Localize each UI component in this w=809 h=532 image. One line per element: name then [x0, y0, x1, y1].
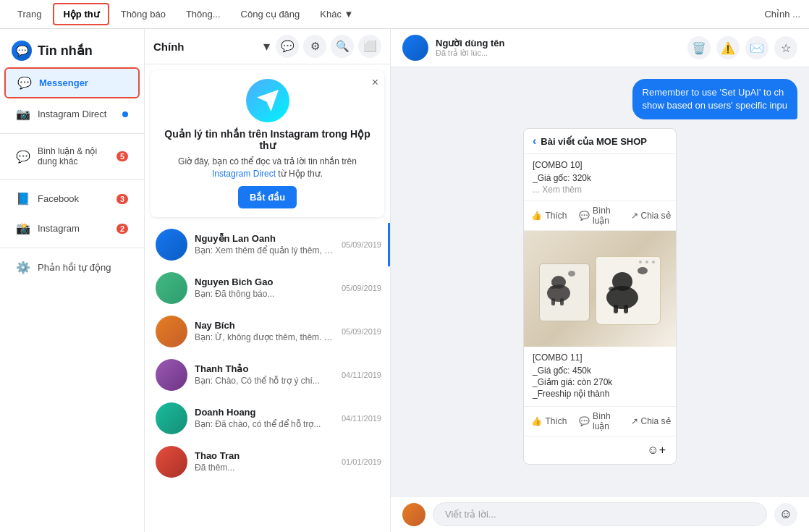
combo-10-label: [COMBO 10] [533, 160, 667, 170]
sidebar-item-label-comments: Bình luận & nội dung khác [38, 146, 109, 166]
sidebar-item-instagram[interactable]: 📸 Instagram 2 [4, 214, 140, 242]
comments-icon: 💬 [16, 150, 30, 164]
mail-action-btn[interactable]: ✉️ [745, 36, 768, 59]
conv-info-2: Nguyen Bich Gao Bạn: Đã thông báo... [195, 276, 334, 299]
comments-badge: 5 [117, 151, 128, 161]
chat-actions: 🗑️ ⚠️ ✉️ ☆ [687, 36, 797, 59]
sidebar-item-facebook[interactable]: 📘 Facebook 3 [4, 185, 140, 213]
nav-thong[interactable]: Thông... [177, 4, 229, 24]
conv-item-4[interactable]: Thanh Thảo Bạn: Chào, Có thể hỗ trợ ý ch… [145, 353, 390, 397]
nav-chinh[interactable]: Chỉnh ... [764, 9, 800, 20]
promo-title: Quản lý tin nhắn trên Instagram trong Hộ… [159, 128, 376, 151]
sidebar-item-instagram-direct[interactable]: 📷 Instagram Direct [4, 100, 140, 128]
conv-name-5: Doanh Hoang [195, 407, 334, 418]
svg-rect-11 [614, 305, 618, 313]
message-list-panel: Chính ▾ 💬 ⚙ 🔍 ⬜ × Quản lý tin nhắn trên … [145, 29, 391, 532]
bag-illustration [524, 231, 676, 347]
emoji-reaction-btn[interactable]: ☺+ [643, 439, 670, 461]
svg-rect-10 [624, 305, 628, 313]
chat-input-avatar [402, 503, 425, 526]
conv-item-6[interactable]: Thao Tran Đã thêm... 01/01/2019 [145, 440, 390, 484]
sidebar-item-comments[interactable]: 💬 Bình luận & nội dung khác 5 [4, 139, 140, 174]
sidebar-title: Tin nhắn [38, 43, 93, 59]
chat-input-area: Viết trả lời... ☺ [391, 496, 809, 532]
share-btn-top[interactable]: ↗ Chia sẻ [625, 201, 676, 230]
conv-item-5[interactable]: Doanh Hoang Bạn: Đã chào, có thể để hỗ t… [145, 397, 390, 440]
conversation-list: Nguyễn Lan Oanh Bạn: Xem thêm để quản lý… [145, 223, 390, 532]
chinh-dropdown[interactable]: ▾ [263, 38, 270, 54]
star-action-btn[interactable]: ☆ [774, 36, 797, 59]
sidebar-item-auto-reply[interactable]: ⚙️ Phản hồi tự động [4, 253, 140, 282]
alert-action-btn[interactable]: ⚠️ [716, 36, 740, 59]
nav-hop-thu[interactable]: Hộp thư [53, 3, 109, 25]
conv-avatar-5 [156, 402, 187, 434]
see-more-label[interactable]: ... Xem thêm [533, 185, 667, 195]
chat-input-field[interactable]: Viết trả lời... [433, 502, 767, 526]
comment-label: Bình luận [593, 206, 621, 226]
conv-time-5: 04/11/2019 [342, 414, 381, 423]
like-btn-bottom[interactable]: 👍 Thích [524, 407, 575, 436]
sidebar-item-label-messenger: Messenger [39, 77, 88, 88]
conv-preview-2: Bạn: Đã thông báo... [195, 289, 334, 299]
nav-cong-cu[interactable]: Công cụ đăng [232, 4, 309, 24]
freeship-label: _Freeship nội thành [533, 389, 667, 399]
message-text-1: Remember to use 'Set UpAI' to chshow bas… [643, 87, 787, 111]
nav-trang[interactable]: Trang [9, 4, 50, 24]
chat-panel: Người dùng tên Đã trả lời lúc... 🗑️ ⚠️ ✉… [391, 29, 809, 532]
sidebar-item-messenger[interactable]: 💬 Messenger [4, 67, 140, 98]
svg-point-9 [609, 287, 616, 291]
conv-item-3[interactable]: Nay Bích Bạn: Ừ, không được thêm, thêm. … [145, 310, 390, 353]
filter-icon-btn[interactable]: ⚙ [303, 35, 326, 58]
chat-user-info: Người dùng tên Đã trả lời lúc... [436, 38, 680, 58]
message-sent-1: Remember to use 'Set UpAI' to chshow bas… [632, 79, 797, 119]
chat-user-avatar [402, 35, 428, 61]
nav-thong-bao[interactable]: Thông báo [112, 4, 174, 24]
trash-action-btn[interactable]: 🗑️ [687, 36, 711, 59]
conv-time-4: 04/11/2019 [342, 371, 381, 379]
post-product-image [524, 231, 676, 347]
promo-start-btn[interactable]: Bắt đầu [238, 186, 297, 208]
share-btn-bottom[interactable]: ↗ Chia sẻ [625, 407, 676, 436]
sidebar-divider-2 [0, 179, 144, 180]
sidebar-divider-3 [0, 248, 144, 248]
message-list-header: Chính ▾ 💬 ⚙ 🔍 ⬜ [145, 29, 390, 64]
promo-link[interactable]: Instagram Direct [212, 169, 276, 179]
conv-avatar-3 [156, 316, 187, 347]
search-icon-btn[interactable]: 🔍 [331, 35, 354, 58]
conv-info-1: Nguyễn Lan Oanh Bạn: Xem thêm để quản lý… [195, 233, 334, 256]
like-label: Thích [545, 211, 567, 221]
price-11-label: _Giá gốc: 450k [533, 366, 667, 376]
header-icons: 💬 ⚙ 🔍 ⬜ [276, 35, 381, 58]
comment-btn-top[interactable]: 💬 Bình luận [575, 201, 625, 230]
whatsapp-icon-btn[interactable]: 💬 [276, 35, 299, 58]
conv-name-3: Nay Bích [195, 320, 334, 331]
comment-btn-bottom[interactable]: 💬 Bình luận [575, 407, 625, 436]
promo-close-btn[interactable]: × [372, 76, 378, 89]
conv-avatar-1 [156, 229, 187, 261]
active-bar-1 [388, 223, 390, 266]
emoji-picker-btn[interactable]: ☺ [774, 503, 797, 526]
main-layout: 💬 Tin nhắn 💬 Messenger 📷 Instagram Direc… [0, 29, 809, 532]
conv-preview-1: Bạn: Xem thêm để quản lý thêm, thêm... [195, 245, 334, 256]
conv-item-2[interactable]: Nguyen Bich Gao Bạn: Đã thông báo... 05/… [145, 266, 390, 310]
nav-khac[interactable]: Khác ▼ [311, 4, 362, 24]
like-btn-top[interactable]: 👍 Thích [524, 201, 575, 230]
post-card-back-btn[interactable]: ‹ [533, 135, 536, 148]
instagram-notification-dot [122, 111, 128, 117]
conv-item-1[interactable]: Nguyễn Lan Oanh Bạn: Xem thêm để quản lý… [145, 223, 390, 266]
instagram-direct-icon: 📷 [16, 107, 30, 121]
svg-rect-3 [560, 298, 564, 305]
chat-header: Người dùng tên Đã trả lời lúc... 🗑️ ⚠️ ✉… [391, 29, 809, 67]
comment-label-2: Bình luận [593, 411, 621, 431]
compose-icon-btn[interactable]: ⬜ [358, 35, 381, 58]
conv-time-6: 01/01/2019 [342, 457, 381, 466]
instagram-promo-banner: × Quản lý tin nhắn trên Instagram trong … [151, 70, 384, 217]
conv-info-4: Thanh Thảo Bạn: Chào, Có thể hỗ trợ ý ch… [195, 363, 334, 386]
conv-time-3: 05/09/2019 [342, 327, 381, 336]
conv-name-4: Thanh Thảo [195, 363, 334, 374]
conv-time-2: 05/09/2019 [342, 284, 381, 292]
chat-user-status: Đã trả lời lúc... [436, 48, 680, 58]
post-card-header: ‹ Bài viết của MOE SHOP [524, 129, 676, 154]
conv-name-6: Thao Tran [195, 450, 334, 461]
conv-avatar-4 [156, 359, 187, 391]
